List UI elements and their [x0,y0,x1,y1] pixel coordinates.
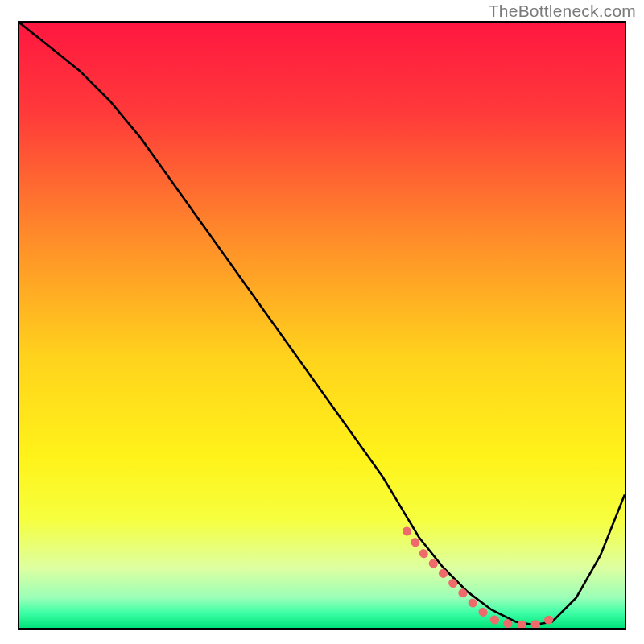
bottleneck-curve-line [19,23,625,625]
optimal-zone-line [407,531,551,625]
attribution-label: TheBottleneck.com [489,2,636,21]
plot-area [18,21,626,630]
curve-layer [19,23,625,628]
chart-container: { "attribution": "TheBottleneck.com", "c… [0,0,644,644]
